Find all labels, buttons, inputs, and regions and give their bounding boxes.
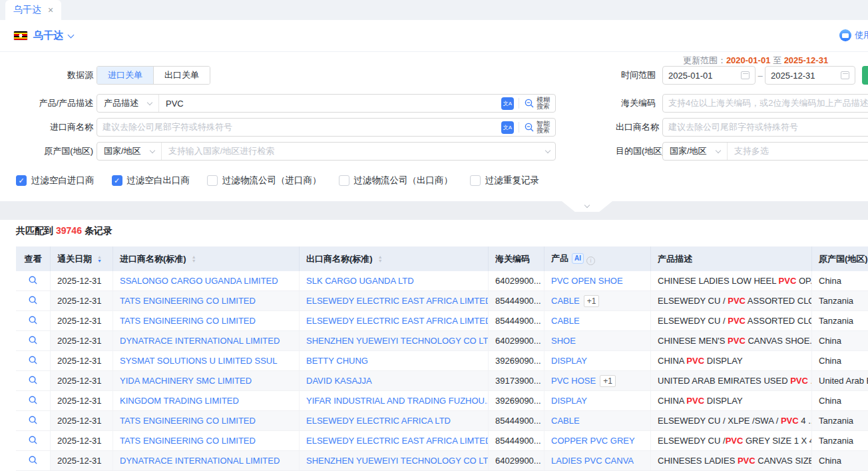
view-record-button[interactable] — [16, 311, 51, 331]
clearance-date-cell: 2025-12-31 — [51, 371, 113, 391]
exporter-link[interactable]: SLK CARGO UGANDA LTD — [306, 276, 414, 286]
close-icon[interactable]: × — [48, 5, 53, 15]
chevron-down-icon[interactable] — [68, 31, 75, 38]
product-link[interactable]: COPPER PVC GREY — [551, 436, 635, 446]
exporter-link[interactable]: ELSEWEDY ELECTRIC EAST AFRICA LIMTED — [306, 296, 489, 306]
view-record-button[interactable] — [16, 351, 51, 371]
origin-country-cell: United Arab Emirates — [812, 371, 868, 391]
column-header-2[interactable]: 进口商名称(标准)▲▼ — [113, 246, 300, 271]
view-record-button[interactable] — [16, 391, 51, 411]
importer-link[interactable]: DYNATRACE INTERNATIONAL LIMITED — [120, 456, 280, 466]
importer-link[interactable]: YIDA MACHINERY SMC LIMITED — [120, 376, 252, 386]
ai-badge: AI — [572, 253, 584, 264]
view-record-button[interactable] — [16, 271, 51, 291]
product-description-cell: UNITED ARAB EMIRATES USED PVC ... — [651, 371, 812, 391]
fuzzy-search-button[interactable]: 模糊搜索 — [524, 97, 550, 110]
checkbox-unchecked-icon[interactable] — [339, 175, 349, 186]
exporter-link[interactable]: BETTY CHUNG — [306, 356, 368, 366]
importer-input[interactable]: 建议去除公司尾部字符或特殊符号 文A 智能搜索 — [97, 118, 556, 137]
tab-import-declarations[interactable]: 进口关单 — [97, 67, 153, 84]
filter-checkbox-4[interactable]: 过滤重复记录 — [470, 175, 539, 187]
product-cell: DISPLAY — [544, 391, 651, 411]
filter-checkbox-3[interactable]: 过滤物流公司（出口商） — [339, 175, 453, 187]
product-description-cell: CHINESE LADIES LOW HEEL PVC OP... — [651, 271, 812, 291]
product-link[interactable]: CABLE — [551, 296, 580, 306]
exporter-link[interactable]: ELSEWEDY ELECTRIC EAST AFRICA LIMTED — [306, 436, 489, 446]
filter-checkbox-0[interactable]: ✓过滤空白进口商 — [16, 175, 95, 187]
magnifier-icon — [28, 335, 38, 345]
smart-search-button[interactable]: 智能搜索 — [524, 121, 550, 134]
exporter-link[interactable]: SHENZHEN YUEWEIYI TECHNOLOGY CO LTD — [306, 456, 489, 466]
checkbox-unchecked-icon[interactable] — [207, 175, 218, 186]
product-link[interactable]: PVC HOSE — [551, 376, 596, 386]
product-link[interactable]: SHOE — [551, 336, 576, 346]
checkbox-unchecked-icon[interactable] — [470, 175, 481, 186]
end-date-input[interactable]: 2025-12-31 — [765, 66, 855, 85]
product-link[interactable]: DISPLAY — [551, 396, 587, 406]
product-link[interactable]: LADIES PVC CANVA — [551, 456, 634, 466]
tab-export-declarations[interactable]: 出口关单 — [153, 67, 210, 84]
filter-checkbox-1[interactable]: ✓过滤空白出口商 — [112, 175, 190, 187]
hs-code-input[interactable]: 支持4位以上海关编码，或2位海关编码加上产品描述、企业名称等 — [662, 94, 868, 113]
exporter-link[interactable]: ELSEWEDY ELECTRIC AFRICA LTD — [306, 416, 451, 426]
importer-link[interactable]: TATS ENGINEERING CO LIMITED — [120, 436, 256, 446]
column-label: 原产国(地区) — [819, 254, 868, 264]
magnifier-icon — [524, 122, 535, 133]
origin-mode-select[interactable]: 国家/地区 — [103, 143, 162, 160]
origin-country-cell: China — [812, 351, 868, 371]
column-header-1[interactable]: 通关日期▲▼ — [51, 246, 113, 271]
origin-country-select[interactable]: 国家/地区 支持输入国家/地区进行检索 — [97, 142, 556, 161]
importer-link[interactable]: SSALONGO CARGO UGANDA LIMITED — [120, 276, 278, 286]
importer-link[interactable]: DYNATRACE INTERNATIONAL LIMITED — [120, 336, 280, 346]
checkbox-checked-icon[interactable]: ✓ — [16, 175, 27, 186]
exporter-link[interactable]: DAVID KASAJJA — [306, 376, 372, 386]
view-record-button[interactable] — [16, 331, 51, 351]
product-field-select[interactable]: 产品描述 — [103, 95, 159, 112]
help-link[interactable]: 使用 — [839, 29, 868, 41]
match-count: 共匹配到39746条记录 — [16, 225, 868, 240]
view-record-button[interactable] — [16, 291, 51, 311]
checkbox-checked-icon[interactable]: ✓ — [112, 175, 122, 186]
importer-link[interactable]: SYSMAT SOLUTIONS U LIMITED SSUL — [120, 356, 277, 366]
more-products-tag[interactable]: +1 — [600, 375, 616, 387]
search-button-partial[interactable] — [862, 66, 868, 85]
magnifier-icon — [524, 98, 535, 109]
exporter-link[interactable]: ELSEWEDY ELECTRIC EAST AFRICA LIMTED — [306, 316, 489, 326]
country-selector[interactable]: 乌干达 — [33, 29, 63, 42]
product-link[interactable]: PVC OPEN SHOE — [551, 276, 623, 286]
importer-link[interactable]: TATS ENGINEERING CO LIMITED — [120, 296, 256, 306]
hs-code-cell: 39173900... — [489, 371, 544, 391]
view-record-button[interactable] — [16, 371, 51, 391]
importer-link[interactable]: KINGDOM TRADING LIMITED — [120, 396, 239, 406]
product-link[interactable]: DISPLAY — [551, 356, 587, 366]
start-date-input[interactable]: 2025-01-01 — [662, 66, 756, 85]
info-icon[interactable]: i — [586, 256, 595, 265]
translate-icon[interactable]: 文A — [501, 97, 514, 110]
importer-link[interactable]: TATS ENGINEERING CO LIMITED — [120, 316, 256, 326]
destination-country-select[interactable]: 国家/地区 支持多选 — [662, 142, 868, 161]
more-products-tag[interactable]: +1 — [584, 295, 600, 307]
filter-checkbox-2[interactable]: 过滤物流公司（进口商） — [207, 175, 322, 187]
exporter-link[interactable]: YIFAR INDUSTRIAL AND TRADING FUZHOU... — [306, 396, 489, 406]
view-record-button[interactable] — [16, 431, 51, 451]
sort-control[interactable]: ▲▼ — [378, 255, 383, 263]
destination-mode-select[interactable]: 国家/地区 — [668, 143, 728, 160]
exporter-link[interactable]: SHENZHEN YUEWEIYI TECHNOLOGY CO LTD — [306, 336, 489, 346]
importer-link[interactable]: TATS ENGINEERING CO LIMITED — [120, 416, 256, 426]
product-cell: PVC HOSE+1 — [544, 371, 651, 391]
exporter-cell: YIFAR INDUSTRIAL AND TRADING FUZHOU... — [300, 391, 489, 411]
product-search-input[interactable]: 产品描述 PVC 文A 模糊搜索 — [97, 94, 556, 113]
exporter-input[interactable]: 建议去除公司尾部字符或特殊符号 — [662, 118, 868, 137]
product-cell: DISPLAY — [544, 351, 651, 371]
sort-control[interactable]: ▲▼ — [192, 255, 196, 263]
product-link[interactable]: CABLE — [551, 316, 580, 326]
column-header-3[interactable]: 出口商名称(标准)▲▼ — [300, 246, 489, 271]
sort-control[interactable]: ▲▼ — [97, 255, 102, 263]
tab-uganda[interactable]: 乌干达 × — [5, 0, 61, 20]
product-link[interactable]: CABLE — [551, 416, 580, 426]
highlight-term: PVC — [728, 316, 746, 326]
magnifier-icon — [28, 315, 38, 325]
translate-icon[interactable]: 文A — [501, 121, 514, 134]
view-record-button[interactable] — [16, 451, 51, 471]
view-record-button[interactable] — [16, 411, 51, 431]
